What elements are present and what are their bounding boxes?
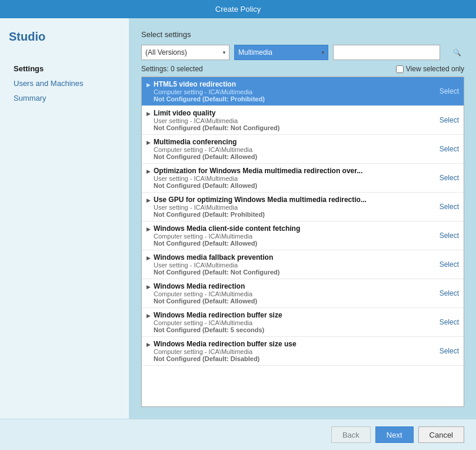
sidebar-item-users-machines[interactable]: Users and Machines [9,76,120,91]
setting-content-limit-video-quality: Limit video qualityUser setting - ICA\Mu… [154,109,435,131]
setting-item-windows-media-redirection[interactable]: ▶Windows Media redirectionComputer setti… [142,279,464,308]
setting-subtitle-windows-media-buffer-size: Computer setting - ICA\Multimedia [154,319,435,326]
setting-item-windows-media-buffer-size-use[interactable]: ▶Windows Media redirection buffer size u… [142,337,464,366]
search-wrapper [333,45,464,60]
settings-list: ▶HTML5 video redirectionComputer setting… [141,77,464,407]
expand-icon-html5-video: ▶ [147,82,151,88]
version-select-wrapper: (All Versions) [141,45,229,60]
sidebar-item-summary[interactable]: Summary [9,91,120,105]
setting-name-windows-media-fallback: Windows media fallback prevention [154,253,435,262]
expand-icon-windows-media-buffer-size: ▶ [147,313,151,319]
setting-subtitle-html5-video: Computer setting - ICA\Multimedia [154,88,435,95]
setting-item-windows-media-client-side[interactable]: ▶Windows Media client-side content fetch… [142,221,464,250]
setting-content-windows-media-redirection: Windows Media redirectionComputer settin… [154,282,435,305]
setting-default-multimedia-conferencing: Not Configured (Default: Allowed) [154,153,435,160]
view-selected-label: View selected only [406,65,464,73]
setting-item-windows-media-fallback[interactable]: ▶Windows media fallback preventionUser s… [142,250,464,279]
setting-default-windows-media-client-side: Not Configured (Default: Allowed) [154,240,435,247]
cancel-button[interactable]: Cancel [418,426,464,443]
setting-default-windows-media-fallback: Not Configured (Default: Not Configured) [154,269,435,276]
select-link-optimization-windows-media[interactable]: Select [440,174,459,182]
setting-default-limit-video-quality: Not Configured (Default: Not Configured) [154,124,435,131]
setting-content-windows-media-fallback: Windows media fallback preventionUser se… [154,253,435,276]
setting-subtitle-limit-video-quality: User setting - ICA\Multimedia [154,117,435,124]
setting-subtitle-use-gpu-windows-media: User setting - ICA\Multimedia [154,204,435,211]
setting-subtitle-windows-media-redirection: Computer setting - ICA\Multimedia [154,290,435,297]
setting-name-optimization-windows-media: Optimization for Windows Media multimedi… [154,167,435,175]
expand-icon-windows-media-redirection: ▶ [147,284,151,290]
setting-item-optimization-windows-media[interactable]: ▶Optimization for Windows Media multimed… [142,164,464,193]
setting-default-use-gpu-windows-media: Not Configured (Default: Prohibited) [154,211,435,218]
setting-subtitle-optimization-windows-media: User setting - ICA\Multimedia [154,175,435,182]
setting-content-windows-media-buffer-size: Windows Media redirection buffer sizeCom… [154,311,435,333]
setting-name-windows-media-buffer-size-use: Windows Media redirection buffer size us… [154,340,435,348]
version-select[interactable]: (All Versions) [141,45,229,60]
sidebar-item-settings[interactable]: Settings [9,61,120,76]
setting-content-html5-video: HTML5 video redirectionComputer setting … [154,80,435,102]
view-selected-row: View selected only [396,65,464,73]
next-button[interactable]: Next [375,426,414,443]
view-selected-checkbox[interactable] [396,65,404,73]
select-link-limit-video-quality[interactable]: Select [440,116,459,124]
settings-count: Settings: 0 selected [141,65,203,73]
setting-content-windows-media-client-side: Windows Media client-side content fetchi… [154,224,435,247]
setting-item-limit-video-quality[interactable]: ▶Limit video qualityUser setting - ICA\M… [142,106,464,135]
select-link-windows-media-buffer-size[interactable]: Select [440,318,459,326]
category-select-wrapper: Multimedia [234,45,328,60]
select-link-windows-media-client-side[interactable]: Select [440,231,459,240]
setting-content-windows-media-buffer-size-use: Windows Media redirection buffer size us… [154,340,435,362]
select-link-multimedia-conferencing[interactable]: Select [440,145,459,153]
select-link-windows-media-redirection[interactable]: Select [440,289,459,297]
setting-name-windows-media-redirection: Windows Media redirection [154,282,435,290]
status-row: Settings: 0 selected View selected only [141,65,464,73]
setting-item-multimedia-conferencing[interactable]: ▶Multimedia conferencingComputer setting… [142,135,464,164]
sidebar-nav: Settings Users and Machines Summary [9,61,120,105]
back-button[interactable]: Back [331,426,371,443]
setting-name-html5-video: HTML5 video redirection [154,80,435,88]
expand-icon-windows-media-fallback: ▶ [147,255,151,261]
setting-content-optimization-windows-media: Optimization for Windows Media multimedi… [154,167,435,189]
setting-item-windows-media-buffer-size[interactable]: ▶Windows Media redirection buffer sizeCo… [142,308,464,337]
footer: Back Next Cancel [0,419,476,450]
expand-icon-use-gpu-windows-media: ▶ [147,197,151,203]
app-title: Studio [9,30,120,44]
setting-name-limit-video-quality: Limit video quality [154,109,435,117]
setting-name-windows-media-buffer-size: Windows Media redirection buffer size [154,311,435,319]
section-title: Select settings [141,30,464,39]
select-link-html5-video[interactable]: Select [440,87,459,95]
setting-default-windows-media-redirection: Not Configured (Default: Allowed) [154,297,435,305]
expand-icon-windows-media-buffer-size-use: ▶ [147,342,151,348]
setting-subtitle-windows-media-client-side: Computer setting - ICA\Multimedia [154,233,435,240]
filter-row: (All Versions) Multimedia [141,45,464,60]
setting-default-windows-media-buffer-size: Not Configured (Default: 5 seconds) [154,326,435,333]
expand-icon-limit-video-quality: ▶ [147,111,151,117]
setting-content-use-gpu-windows-media: Use GPU for optimizing Windows Media mul… [154,196,435,218]
setting-default-optimization-windows-media: Not Configured (Default: Allowed) [154,182,435,189]
content-area: Select settings (All Versions) Multimedi… [129,18,476,419]
expand-icon-optimization-windows-media: ▶ [147,168,151,174]
main-content: Studio Settings Users and Machines Summa… [0,18,476,419]
setting-default-html5-video: Not Configured (Default: Prohibited) [154,95,435,102]
setting-item-html5-video[interactable]: ▶HTML5 video redirectionComputer setting… [142,77,464,106]
sidebar: Studio Settings Users and Machines Summa… [0,18,129,419]
search-input[interactable] [333,45,440,60]
category-select[interactable]: Multimedia [234,45,328,60]
setting-name-windows-media-client-side: Windows Media client-side content fetchi… [154,224,435,233]
setting-default-windows-media-buffer-size-use: Not Configured (Default: Disabled) [154,355,435,362]
setting-name-multimedia-conferencing: Multimedia conferencing [154,138,435,146]
setting-name-use-gpu-windows-media: Use GPU for optimizing Windows Media mul… [154,196,435,204]
setting-subtitle-windows-media-fallback: User setting - ICA\Multimedia [154,262,435,269]
title-label: Create Policy [215,5,261,14]
setting-item-use-gpu-windows-media[interactable]: ▶Use GPU for optimizing Windows Media mu… [142,193,464,221]
select-link-use-gpu-windows-media[interactable]: Select [440,203,459,211]
select-link-windows-media-fallback[interactable]: Select [440,260,459,269]
setting-subtitle-multimedia-conferencing: Computer setting - ICA\Multimedia [154,146,435,153]
setting-subtitle-windows-media-buffer-size-use: Computer setting - ICA\Multimedia [154,348,435,355]
setting-content-multimedia-conferencing: Multimedia conferencingComputer setting … [154,138,435,160]
title-bar: Create Policy [0,0,476,18]
expand-icon-windows-media-client-side: ▶ [147,226,151,232]
expand-icon-multimedia-conferencing: ▶ [147,140,151,145]
select-link-windows-media-buffer-size-use[interactable]: Select [440,347,459,355]
